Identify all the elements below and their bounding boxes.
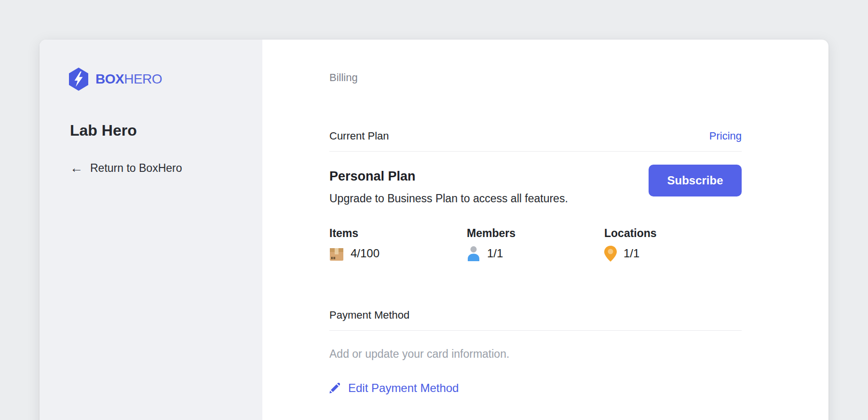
payment-method-description: Add or update your card information. bbox=[329, 347, 742, 361]
arrow-left-icon: ← bbox=[70, 162, 83, 175]
current-plan-section-header: Current Plan Pricing bbox=[329, 129, 742, 143]
stat-members-label: Members bbox=[467, 226, 604, 240]
stat-locations-value: 1/1 bbox=[624, 247, 639, 260]
stat-items-label: Items bbox=[329, 226, 467, 240]
stat-items-value: 4/100 bbox=[351, 247, 380, 260]
return-link-label: Return to BoxHero bbox=[90, 162, 182, 175]
divider bbox=[329, 330, 742, 331]
plan-stats-row: Items 4/100 bbox=[329, 226, 742, 261]
payment-method-section-header: Payment Method bbox=[329, 308, 742, 322]
divider bbox=[329, 151, 742, 152]
pencil-icon bbox=[329, 383, 340, 393]
stat-locations-label: Locations bbox=[604, 226, 657, 240]
stat-items: Items 4/100 bbox=[329, 226, 467, 261]
stat-members: Members 1/1 bbox=[467, 226, 604, 261]
main-content: Billing Current Plan Pricing Personal Pl… bbox=[262, 40, 828, 420]
brand-wordmark: BOXHERO bbox=[95, 71, 162, 87]
boxhero-logo[interactable]: BOXHERO bbox=[69, 68, 262, 91]
return-to-boxhero-link[interactable]: ← Return to BoxHero bbox=[70, 162, 182, 175]
edit-payment-method-link[interactable]: Edit Payment Method bbox=[329, 381, 459, 395]
box-icon bbox=[329, 246, 344, 261]
workspace-name: Lab Hero bbox=[70, 122, 262, 140]
stat-members-value: 1/1 bbox=[487, 247, 503, 260]
app-window: BOXHERO Lab Hero ← Return to BoxHero Bil… bbox=[40, 40, 828, 420]
payment-method-title: Payment Method bbox=[329, 309, 409, 322]
boxhero-hexagon-icon bbox=[69, 68, 88, 91]
stat-locations: Locations 1/1 bbox=[604, 226, 657, 261]
current-plan-title: Current Plan bbox=[329, 130, 389, 142]
pin-icon bbox=[604, 246, 617, 262]
edit-payment-method-label: Edit Payment Method bbox=[348, 381, 459, 395]
subscribe-button[interactable]: Subscribe bbox=[649, 165, 742, 196]
page-title: Billing bbox=[329, 71, 742, 84]
pricing-link[interactable]: Pricing bbox=[709, 130, 742, 142]
person-icon bbox=[467, 246, 480, 261]
sidebar: BOXHERO Lab Hero ← Return to BoxHero bbox=[40, 40, 262, 420]
